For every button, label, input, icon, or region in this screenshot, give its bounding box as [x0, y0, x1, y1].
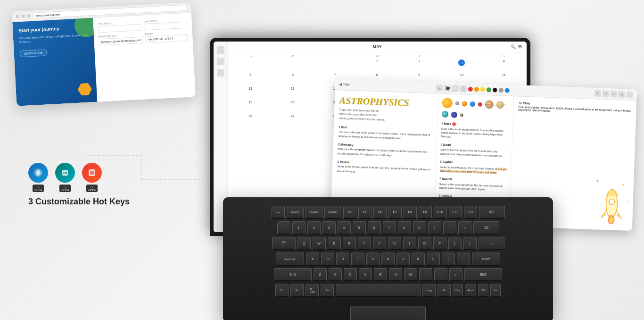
redo-tool[interactable]: ↪ — [610, 91, 617, 97]
email-input[interactable]: thomson.james@samsung.com — [99, 37, 143, 46]
app-icon-3[interactable] — [82, 163, 102, 183]
key-7[interactable]: 7 — [383, 221, 396, 235]
key-0[interactable]: 0 — [428, 221, 441, 235]
key-5[interactable]: 5 — [353, 221, 366, 235]
key-o[interactable]: O — [418, 237, 431, 250]
key-3[interactable]: 3 — [322, 221, 336, 235]
key-v[interactable]: V — [359, 268, 372, 281]
key-minus[interactable]: - — [443, 221, 456, 235]
key-e[interactable]: E — [328, 237, 341, 250]
shape-tool[interactable]: ◯ — [460, 85, 467, 92]
cal-day-26[interactable]: 26 — [230, 113, 272, 126]
key-pgdn[interactable]: PgDn — [478, 284, 488, 297]
key-i[interactable]: I — [403, 237, 416, 250]
key-caps[interactable]: Caps Lock — [276, 253, 304, 266]
key-pgup[interactable]: PgUp — [453, 284, 463, 297]
key-rbracket[interactable]: ] — [463, 237, 477, 250]
color-gray[interactable] — [499, 88, 504, 93]
color-orange[interactable] — [474, 87, 479, 92]
key-z[interactable]: Z — [314, 268, 327, 281]
key-h[interactable]: H — [381, 253, 395, 266]
key-enter[interactable]: Enter — [472, 253, 500, 266]
key-1[interactable]: 1 — [292, 221, 305, 235]
key-shift-left[interactable]: Shift — [274, 268, 312, 281]
cal-day-20[interactable]: 20 — [272, 100, 314, 113]
trackpad[interactable] — [350, 306, 426, 320]
cal-day-2[interactable]: 2 — [398, 59, 440, 72]
cal-day-6[interactable]: 6 — [272, 72, 314, 85]
key-lang[interactable]: Lang — [422, 284, 436, 297]
key-quote[interactable]: ' — [457, 253, 470, 266]
key-app1[interactable]: F1APP1 — [287, 206, 304, 219]
key-d[interactable]: D — [336, 253, 349, 266]
key-r[interactable]: R — [343, 237, 356, 250]
key-backspace[interactable]: ⌫ — [473, 221, 499, 235]
key-semicolon[interactable]: ; — [442, 253, 455, 266]
cal-day-3-today[interactable]: 3 — [441, 59, 483, 72]
key-slash[interactable]: / — [449, 268, 462, 281]
key-f5[interactable]: F5 — [358, 206, 372, 219]
key-f8[interactable]: F8 — [404, 206, 417, 219]
key-alt-left[interactable]: Alt — [321, 284, 334, 297]
key-k[interactable]: K — [412, 253, 425, 266]
cal-day-5[interactable]: 5 — [230, 72, 272, 85]
key-x[interactable]: X — [329, 268, 342, 281]
pen-tool[interactable]: ✏ — [436, 84, 443, 91]
key-s[interactable]: S — [321, 253, 334, 266]
key-6[interactable]: 6 — [368, 221, 381, 235]
color-blue[interactable] — [505, 88, 510, 93]
key-w[interactable]: W — [313, 237, 326, 250]
key-2[interactable]: 2 — [307, 221, 321, 235]
color-yellow[interactable] — [480, 87, 485, 92]
key-f10[interactable]: F10 — [434, 206, 447, 219]
cal-day-12[interactable]: 12 — [230, 86, 272, 99]
key-f[interactable]: F — [351, 253, 364, 266]
key-t[interactable]: T — [358, 237, 371, 250]
key-l[interactable]: L — [427, 253, 440, 266]
key-f11[interactable]: F11 — [449, 206, 462, 219]
more-tool[interactable]: ⋯ — [626, 91, 633, 98]
key-b[interactable]: B — [374, 268, 387, 281]
phone-input[interactable]: +84.032.541.179.40 — [145, 34, 188, 43]
key-u[interactable]: U — [388, 237, 401, 250]
key-fn[interactable]: Fn — [290, 284, 304, 297]
key-backtick[interactable]: ` — [277, 221, 290, 235]
color-green[interactable] — [487, 87, 491, 92]
key-app2[interactable]: F2APP2 — [305, 206, 322, 219]
undo-tool[interactable]: ↩ — [602, 90, 609, 97]
key-g[interactable]: G — [366, 253, 380, 266]
key-y[interactable]: Y — [373, 237, 386, 250]
cal-day-27[interactable]: 27 — [272, 113, 314, 126]
key-equals[interactable]: = — [458, 221, 471, 235]
key-lbracket[interactable]: [ — [448, 237, 462, 250]
key-app3[interactable]: F3APP3 — [324, 206, 341, 219]
key-a[interactable]: A — [306, 253, 319, 266]
app-icon-2[interactable]: 28 — [55, 163, 75, 183]
key-shift-right[interactable]: Shift — [464, 268, 502, 281]
highlighter-tool[interactable]: ⬛ — [444, 84, 451, 91]
grid-icon[interactable]: ⊞ — [518, 44, 522, 49]
key-m[interactable]: M — [404, 268, 417, 281]
color-red[interactable] — [468, 86, 473, 91]
key-f12[interactable]: F12 — [464, 206, 477, 219]
key-cmd[interactable]: ⌘Cmd — [305, 284, 319, 297]
key-c[interactable]: C — [344, 268, 357, 281]
back-icon[interactable]: ◀ Title — [339, 82, 350, 87]
key-q[interactable]: Q — [297, 237, 311, 250]
last-name-input[interactable] — [144, 22, 188, 31]
key-period[interactable]: . — [434, 268, 447, 281]
key-f6[interactable]: F6 — [373, 206, 387, 219]
text-tool[interactable]: T — [594, 90, 601, 97]
key-p[interactable]: P — [433, 237, 446, 250]
key-9[interactable]: 9 — [413, 221, 426, 235]
key-end[interactable]: End — [490, 284, 501, 297]
first-name-input[interactable] — [98, 24, 142, 33]
key-delete[interactable]: ⌦ — [479, 206, 505, 219]
cal-day-19[interactable]: 19 — [230, 100, 272, 113]
key-4[interactable]: 4 — [338, 221, 351, 235]
zoom-tool[interactable]: 🔍 — [618, 91, 625, 97]
key-8[interactable]: 8 — [398, 221, 411, 235]
eraser-tool[interactable]: ⬜ — [452, 85, 459, 92]
key-space[interactable] — [336, 284, 421, 297]
cal-day-1[interactable]: 1 — [356, 59, 398, 72]
